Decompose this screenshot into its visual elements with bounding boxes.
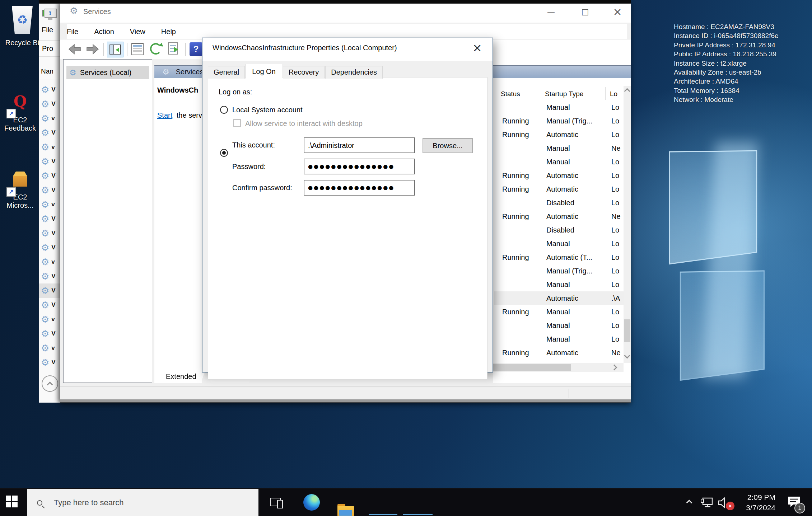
column-separator[interactable] — [496, 87, 496, 100]
this-account-radio[interactable] — [220, 149, 228, 157]
start-button[interactable] — [6, 496, 18, 507]
tray-expand-icon[interactable] — [686, 500, 692, 506]
bg-service-row[interactable]: ⚙V — [39, 97, 60, 111]
password-input[interactable] — [304, 159, 415, 174]
back-arrow-icon[interactable] — [68, 44, 81, 55]
bg-service-row[interactable]: ⚙V — [39, 183, 60, 197]
service-row[interactable]: RunningManualLo — [494, 305, 624, 319]
service-row[interactable]: RunningManual (Trig...Lo — [494, 114, 624, 128]
service-row[interactable]: ManualLo — [494, 237, 624, 250]
edge-browser-icon[interactable] — [303, 494, 320, 511]
service-row[interactable]: RunningAutomaticLo — [494, 169, 624, 182]
bg-service-row[interactable]: ⚙v — [39, 255, 60, 269]
menu-action[interactable]: Action — [94, 28, 114, 36]
export-list-icon[interactable] — [168, 42, 178, 55]
bg-scroll-up-button[interactable] — [42, 375, 58, 392]
service-row[interactable]: Automatic.\A — [494, 291, 624, 305]
bg-service-row[interactable]: ⚙V — [39, 327, 60, 341]
file-explorer-icon[interactable] — [337, 504, 354, 516]
dialog-tab-general[interactable]: General — [208, 66, 245, 79]
bg-service-row[interactable]: ⚙V — [39, 240, 60, 255]
bg-service-row[interactable]: ⚙v — [39, 312, 60, 327]
column-header-status[interactable]: Status — [501, 90, 520, 98]
scroll-up-icon[interactable] — [624, 88, 630, 94]
scroll-right-icon[interactable] — [611, 365, 617, 371]
service-row[interactable]: RunningAutomaticNe — [494, 210, 624, 223]
vertical-scrollbar[interactable] — [624, 86, 631, 363]
properties-icon[interactable] — [131, 43, 144, 55]
close-button[interactable]: × — [606, 3, 629, 20]
menu-file[interactable]: File — [67, 28, 78, 36]
bg-service-row[interactable]: ⚙V — [39, 126, 60, 140]
local-system-label[interactable]: Local System account — [232, 106, 303, 114]
dialog-tab-recovery[interactable]: Recovery — [283, 66, 325, 79]
start-service-link[interactable]: Start — [157, 111, 172, 119]
bg-column-header-name[interactable]: Nan — [41, 67, 53, 75]
bg-service-row[interactable]: ⚙V — [39, 283, 60, 298]
column-header-startup-type[interactable]: Startup Type — [545, 90, 583, 98]
network-icon[interactable] — [700, 497, 714, 508]
service-row[interactable]: ManualLo — [494, 155, 624, 169]
dialog-close-icon[interactable]: × — [472, 41, 482, 55]
dialog-tab-log-on[interactable]: Log On — [246, 64, 282, 79]
bg-service-row[interactable]: ⚙v — [39, 140, 60, 154]
service-row[interactable]: ManualLo — [494, 332, 624, 346]
help-icon[interactable]: ? — [190, 42, 202, 56]
service-row[interactable]: ManualNe — [494, 141, 624, 155]
local-system-radio[interactable] — [220, 106, 228, 114]
taskbar-clock[interactable]: 2:09 PM 3/7/2024 — [732, 492, 775, 513]
menu-view[interactable]: View — [130, 28, 145, 36]
tree-item-services-local[interactable]: ⚙ Services (Local) — [66, 66, 149, 79]
bg-toolbar-pro-button[interactable]: Pro — [39, 40, 61, 57]
dialog-tab-dependencies[interactable]: Dependencies — [325, 66, 383, 79]
menu-help[interactable]: Help — [161, 28, 176, 36]
desktop-icon-ec2-microservice[interactable]: ↗ EC2 Micros... — [1, 172, 39, 210]
bg-service-row[interactable]: ⚙v — [39, 111, 60, 126]
service-row[interactable]: RunningAutomaticLo — [494, 182, 624, 196]
bg-service-row[interactable]: ⚙v — [39, 341, 60, 355]
service-row[interactable]: Manual (Trig...Lo — [494, 264, 624, 278]
column-separator[interactable] — [605, 87, 606, 100]
service-row[interactable]: ManualLo — [494, 319, 624, 332]
cell-logon: Lo — [611, 332, 619, 346]
bg-service-row[interactable]: ⚙V — [39, 83, 60, 97]
allow-desktop-checkbox[interactable] — [233, 119, 241, 127]
bg-service-row[interactable]: ⚙V — [39, 355, 60, 370]
confirm-password-input[interactable] — [304, 180, 415, 196]
services-title-bar[interactable]: ⚙ Services — □ × — [60, 2, 631, 23]
refresh-icon[interactable] — [150, 43, 162, 55]
view-tab-extended[interactable]: Extended — [157, 370, 206, 383]
bg-service-row[interactable]: ⚙v — [39, 197, 60, 212]
column-separator[interactable] — [540, 87, 540, 100]
bg-service-row[interactable]: ⚙V — [39, 169, 60, 183]
service-row[interactable]: ManualLo — [494, 278, 624, 291]
bg-service-row[interactable]: ⚙V — [39, 269, 60, 283]
service-row[interactable]: DisabledLo — [494, 223, 624, 237]
scroll-down-icon[interactable] — [624, 353, 630, 359]
account-input[interactable] — [304, 137, 415, 153]
this-account-label[interactable]: This account: — [232, 141, 275, 149]
horizontal-scrollbar[interactable] — [493, 363, 624, 372]
show-tree-icon[interactable] — [107, 42, 123, 57]
service-row[interactable]: DisabledLo — [494, 196, 624, 210]
browse-button[interactable]: Browse... — [423, 138, 473, 153]
bg-service-row[interactable]: ⚙V — [39, 226, 60, 240]
minimize-button[interactable]: — — [540, 3, 563, 20]
desktop-icon-ec2-feedback[interactable]: Q ↗ EC2 Feedback — [1, 93, 39, 132]
dialog-title-bar[interactable]: WindowsChaosInfrastructure Properties (L… — [202, 38, 493, 61]
service-row[interactable]: ManualLo — [494, 100, 624, 114]
bg-service-row[interactable]: ⚙V — [39, 298, 60, 312]
taskbar-search[interactable]: Type here to search — [27, 489, 258, 516]
service-row[interactable]: RunningAutomaticNe — [494, 346, 624, 360]
forward-arrow-icon[interactable] — [86, 44, 99, 55]
bg-menu-file[interactable]: File — [42, 26, 53, 34]
column-header-log-on-as[interactable]: Lo — [610, 90, 617, 98]
vertical-scroll-thumb[interactable] — [624, 319, 630, 342]
service-row[interactable]: RunningAutomaticLo — [494, 128, 624, 141]
maximize-button[interactable]: □ — [574, 3, 597, 20]
desktop-icon-recycle-bin[interactable]: ♻ Recycle Bi — [5, 6, 39, 47]
service-row[interactable]: RunningAutomatic (T...Lo — [494, 250, 624, 264]
bg-service-row[interactable]: ⚙V — [39, 154, 60, 169]
task-view-icon[interactable] — [270, 498, 281, 506]
bg-service-row[interactable]: ⚙V — [39, 212, 60, 226]
